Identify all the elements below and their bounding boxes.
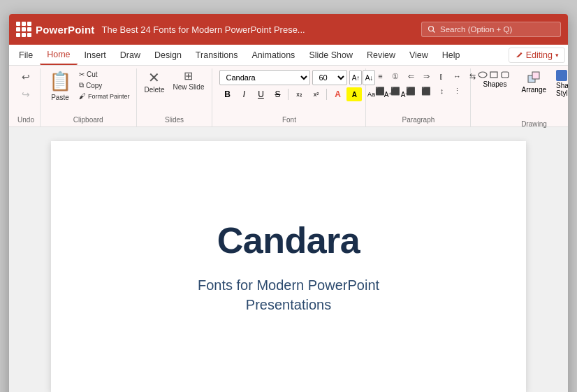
cut-icon: ✂	[79, 71, 85, 78]
slide-subtitle: Fonts for Modern PowerPoint Presentation…	[198, 275, 379, 314]
fontcolor-button[interactable]: A	[330, 87, 345, 101]
svg-rect-3	[490, 72, 497, 78]
paragraph-label: Paragraph	[370, 116, 466, 124]
underline-button[interactable]: U	[253, 87, 268, 101]
slide-subtitle-line1: Fonts for Modern PowerPoint	[198, 277, 379, 293]
search-placeholder: Search (Option + Q)	[440, 25, 512, 34]
bullets-button[interactable]: ≡	[373, 70, 387, 82]
app-name: PowerPoint	[36, 24, 95, 36]
numbering-button[interactable]: ①	[388, 70, 402, 82]
align-center[interactable]: ⬛	[388, 85, 402, 97]
clipboard-label: Clipboard	[45, 116, 132, 124]
shape-rect	[489, 70, 499, 80]
drawing-label: Drawing	[475, 120, 568, 128]
font-label: Font	[217, 116, 361, 124]
texthighlight-button[interactable]: A	[346, 87, 362, 101]
menu-home[interactable]: Home	[40, 45, 77, 65]
shape-rounded-rect	[500, 70, 510, 80]
menu-insert[interactable]: Insert	[78, 45, 113, 65]
menu-draw[interactable]: Draw	[113, 45, 147, 65]
svg-rect-6	[532, 72, 539, 79]
arrange-label: Arrange	[521, 86, 546, 94]
shapestyle-column: Shape Styles	[553, 68, 568, 99]
arrange-button[interactable]: Arrange	[518, 68, 549, 95]
paragraph-section: ≡ ① ⇐ ⇒ ⫿ ↔ ⇆ ⬛ ⬛ ⬛ ⬛ ↕ ⋮	[370, 68, 482, 99]
search-bar[interactable]: Search (Option + Q)	[421, 22, 561, 37]
menu-view[interactable]: View	[402, 45, 435, 65]
delete-slides-group: ✕ Delete ⊞ New Slide Slides	[137, 68, 213, 126]
menu-help[interactable]: Help	[435, 45, 467, 65]
undo-label: Undo	[16, 116, 36, 124]
waffle-icon[interactable]	[16, 22, 31, 37]
menu-bar: File Home Insert Draw Design Transitions…	[9, 45, 568, 66]
svg-rect-4	[502, 72, 509, 78]
delete-button[interactable]: ✕ Delete	[141, 68, 168, 96]
document-title: The Best 24 Fonts for Modern PowerPoint …	[102, 24, 414, 35]
paste-label: Paste	[51, 94, 69, 101]
menu-transitions[interactable]: Transitions	[189, 45, 245, 65]
menu-review[interactable]: Review	[360, 45, 402, 65]
bold-button[interactable]: B	[219, 87, 235, 101]
font-group: Candara 60 A↑ A↓ B I U	[212, 68, 366, 126]
undo-group: ↩ ↪ Undo	[12, 68, 41, 126]
ribbon: ↩ ↪ Undo 📋 Paste ✂ Cut ⧉	[9, 66, 568, 127]
slides-label: Slides	[141, 116, 208, 124]
font-size-select[interactable]: 60	[312, 70, 347, 85]
drawing-group: Shapes Arrange	[471, 68, 568, 126]
undo-button[interactable]: ↩	[16, 68, 36, 85]
redo-button[interactable]: ↪	[16, 86, 36, 103]
arrange-icon	[526, 70, 541, 85]
title-bar: PowerPoint The Best 24 Fonts for Modern …	[9, 14, 568, 45]
textdir-button[interactable]: ↔	[450, 70, 464, 82]
justify[interactable]: ⬛	[419, 85, 433, 97]
arrange-column: Arrange	[518, 68, 549, 95]
svg-point-2	[479, 72, 487, 78]
menu-animations[interactable]: Animations	[245, 45, 302, 65]
menu-file[interactable]: File	[12, 45, 40, 65]
smart-art[interactable]: ⋮	[450, 85, 464, 97]
editing-button[interactable]: Editing ▾	[509, 48, 565, 63]
format-separator	[288, 89, 288, 100]
paste-button[interactable]: 📋 Paste	[45, 68, 75, 103]
format-separator2	[326, 89, 327, 100]
shapes-label: Shapes	[483, 80, 507, 88]
line-spacing[interactable]: ↕	[434, 85, 448, 97]
search-icon	[428, 25, 436, 34]
cut-button[interactable]: ✂ Cut	[77, 70, 132, 79]
copy-button[interactable]: ⧉ Copy	[77, 80, 132, 90]
editing-chevron: ▾	[555, 52, 559, 59]
formatpainter-icon: 🖌	[79, 92, 86, 100]
paste-icon: 📋	[49, 71, 71, 92]
newslide-button[interactable]: ⊞ New Slide	[169, 68, 207, 93]
shape-oval	[478, 70, 488, 80]
shapes-button[interactable]: Shapes	[475, 68, 514, 89]
slide-content: Candara Fonts for Modern PowerPoint Pres…	[51, 141, 526, 392]
align-left[interactable]: ⬛	[373, 85, 387, 97]
subscript-button[interactable]: x₂	[291, 87, 307, 101]
app-logo: PowerPoint	[16, 22, 95, 37]
menu-slideshow[interactable]: Slide Show	[302, 45, 360, 65]
shapes-column: Shapes	[475, 68, 514, 89]
slide-title: Candara	[217, 219, 360, 261]
font-name-select[interactable]: Candara	[219, 70, 310, 85]
shapestyles-button[interactable]: Shape Styles	[553, 68, 568, 99]
italic-button[interactable]: I	[236, 87, 251, 101]
strikethrough-button[interactable]: S	[270, 87, 285, 101]
columns-button[interactable]: ⫿	[434, 70, 448, 82]
copy-icon: ⧉	[79, 81, 84, 89]
superscript-button[interactable]: x²	[308, 87, 323, 101]
decrease-indent[interactable]: ⇐	[404, 70, 418, 82]
pencil-icon	[515, 51, 523, 59]
paragraph-row2: ⬛ ⬛ ⬛ ⬛ ↕ ⋮	[373, 85, 479, 97]
increase-indent[interactable]: ⇒	[419, 70, 433, 82]
formatpainter-button[interactable]: 🖌 Format Painter	[77, 92, 132, 101]
align-right[interactable]: ⬛	[404, 85, 418, 97]
app-window: PowerPoint The Best 24 Fonts for Modern …	[9, 14, 568, 392]
menu-design[interactable]: Design	[147, 45, 189, 65]
increase-font-button[interactable]: A↑	[349, 70, 362, 85]
clipboard-group: 📋 Paste ✂ Cut ⧉ Copy 🖌 Format Painter	[41, 68, 137, 126]
shapestyles-label: Shape Styles	[556, 82, 568, 97]
newslide-icon: ⊞	[184, 71, 193, 82]
editing-label: Editing	[526, 50, 553, 60]
slide-subtitle-line2: Presentations	[246, 297, 331, 312]
